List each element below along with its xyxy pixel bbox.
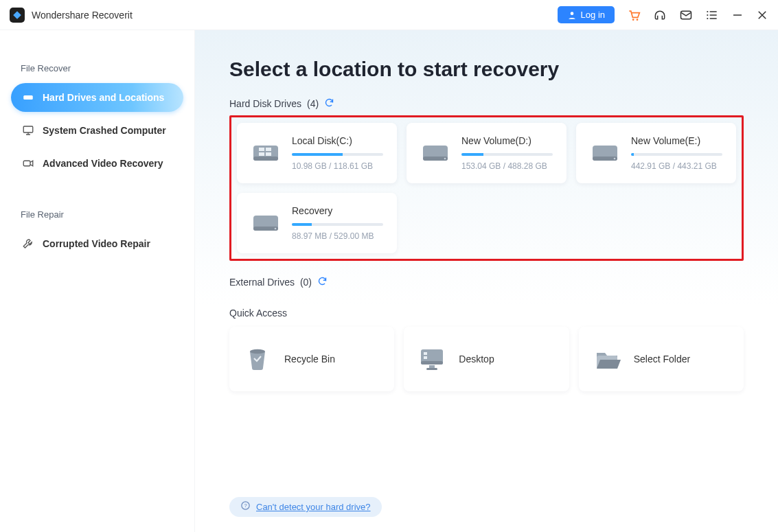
svg-point-24 [275,228,277,230]
svg-rect-20 [593,157,617,161]
drive-info: Recovery88.97 MB / 529.00 MB [292,205,383,241]
svg-rect-11 [253,157,278,161]
external-drives-label: External Drives [229,277,295,288]
quick-access-label: Select Folder [634,354,690,365]
svg-point-2 [637,19,639,21]
sidebar-item-label: System Crashed Computer [43,125,166,136]
hard-drives-header: Hard Disk Drives (4) [229,97,744,110]
svg-rect-9 [23,161,30,166]
sidebar-item-label: Hard Drives and Locations [43,92,164,103]
drives-highlight-box: Local Disk(C:)10.98 GB / 118.61 GBNew Vo… [229,115,744,261]
hard-drives-count: (4) [307,98,319,109]
quick-access-card[interactable]: Select Folder [579,327,744,391]
drive-card[interactable]: New Volume(D:)153.04 GB / 488.28 GB [407,123,567,183]
external-drives-header: External Drives (0) [229,276,744,288]
drive-name: New Volume(D:) [461,135,553,146]
svg-rect-13 [266,148,271,151]
app-title: Wondershare Recoverit [32,10,133,21]
svg-rect-17 [423,157,448,161]
drive-card[interactable]: Recovery88.97 MB / 529.00 MB [237,193,397,253]
wrench-icon [22,238,34,250]
drive-name: Recovery [292,205,383,216]
monitor-icon [22,124,34,137]
svg-rect-30 [424,352,427,355]
svg-point-25 [250,349,265,354]
help-detect-drive[interactable]: ? Can't detect your hard drive? [229,497,382,517]
sidebar-item-advanced-video[interactable]: Advanced Video Recovery [11,149,183,178]
svg-rect-27 [421,361,443,365]
drive-name: Local Disk(C:) [292,135,383,146]
login-label: Log in [581,10,605,20]
quick-access-card[interactable]: Desktop [404,327,569,391]
sidebar-item-hard-drives[interactable]: Hard Drives and Locations [11,83,183,112]
refresh-icon[interactable] [324,97,334,110]
svg-point-5 [707,14,708,15]
desktop-icon [417,345,446,373]
main-panel: Select a location to start recovery Hard… [195,30,778,532]
hard-drives-label: Hard Disk Drives [229,98,301,109]
sidebar-item-label: Advanced Video Recovery [43,158,163,169]
help-link-text: Can't detect your hard drive? [256,502,371,512]
svg-rect-28 [429,365,435,368]
folder-icon [593,345,621,373]
quick-access-label: Recycle Bin [284,354,335,365]
drive-capacity: 153.04 GB / 488.28 GB [461,161,553,171]
recycle-icon [243,345,272,373]
drive-info: New Volume(D:)153.04 GB / 488.28 GB [461,135,553,171]
quick-access-label: Quick Access [229,308,744,319]
sidebar: File Recover Hard Drives and Locations S… [0,30,195,532]
app-logo [10,8,25,23]
svg-point-1 [632,19,634,21]
svg-point-4 [707,10,708,12]
svg-rect-7 [23,95,33,100]
svg-rect-8 [23,126,33,132]
titlebar-right: Log in [558,6,768,23]
svg-rect-31 [424,356,427,359]
minimize-icon[interactable] [731,9,744,21]
list-icon[interactable] [705,8,719,22]
mail-icon[interactable] [679,8,693,22]
sidebar-section-file-recover: File Recover [21,63,183,73]
sidebar-item-corrupted-video[interactable]: Corrupted Video Repair [11,229,183,258]
svg-point-0 [570,12,573,15]
page-title: Select a location to start recovery [229,58,744,81]
drive-progress [292,153,383,156]
external-drives-count: (0) [300,277,312,288]
svg-rect-15 [266,152,271,156]
close-icon[interactable] [756,9,768,21]
drive-capacity: 442.91 GB / 443.21 GB [631,161,722,171]
svg-point-18 [444,158,446,160]
drive-capacity: 10.98 GB / 118.61 GB [292,161,383,171]
svg-rect-14 [259,152,264,156]
svg-point-6 [707,17,708,19]
refresh-icon[interactable] [317,276,328,288]
drive-card[interactable]: Local Disk(C:)10.98 GB / 118.61 GB [237,123,397,183]
quick-access-card[interactable]: Recycle Bin [229,327,394,391]
drive-card[interactable]: New Volume(E:)442.91 GB / 443.21 GB [576,123,736,183]
drive-glyph-icon [251,141,281,165]
drive-glyph-icon [420,141,450,165]
login-button[interactable]: Log in [558,6,615,23]
help-icon: ? [240,500,251,513]
drive-info: Local Disk(C:)10.98 GB / 118.61 GB [292,135,383,171]
sidebar-item-system-crashed[interactable]: System Crashed Computer [11,116,183,145]
drive-info: New Volume(E:)442.91 GB / 443.21 GB [631,135,722,171]
headset-icon[interactable] [653,8,667,22]
drive-glyph-icon [251,211,281,235]
svg-point-21 [614,158,616,160]
cart-icon[interactable] [627,8,641,22]
svg-rect-29 [426,368,437,370]
svg-text:?: ? [244,502,247,509]
drive-progress [461,153,553,156]
svg-rect-12 [259,148,264,151]
quick-access-label: Desktop [459,354,494,365]
drive-capacity: 88.97 MB / 529.00 MB [292,231,383,241]
user-icon [567,10,577,20]
titlebar: Wondershare Recoverit Log in [0,0,778,30]
drive-glyph-icon [590,141,620,165]
camera-icon [22,157,34,170]
sidebar-item-label: Corrupted Video Repair [43,238,150,249]
sidebar-section-file-repair: File Repair [21,209,183,220]
drive-name: New Volume(E:) [631,135,722,146]
drive-icon [22,91,34,104]
